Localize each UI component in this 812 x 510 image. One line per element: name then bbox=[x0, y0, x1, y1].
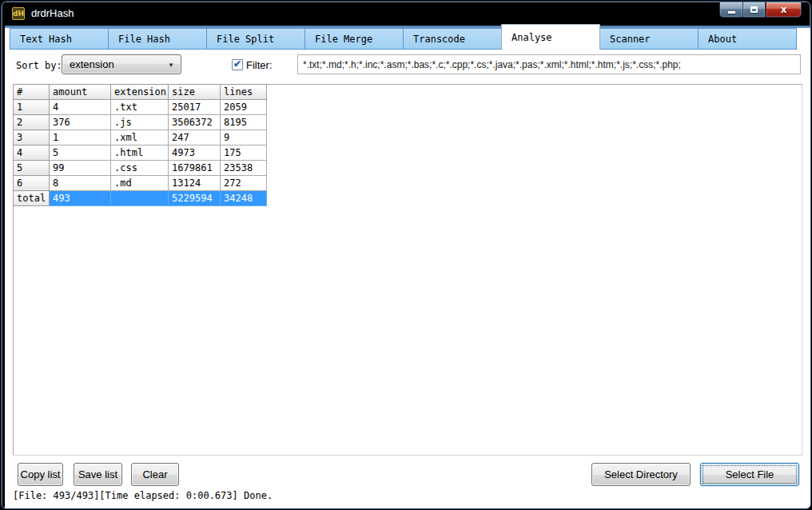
col-header-lines[interactable]: lines bbox=[221, 85, 267, 100]
clear-button[interactable]: Clear bbox=[131, 463, 179, 486]
tab-file-merge[interactable]: File Merge bbox=[304, 28, 404, 50]
row-header-cell[interactable]: 3 bbox=[14, 130, 50, 145]
filter-checkbox[interactable]: ✔ bbox=[232, 59, 243, 70]
col-header-num[interactable]: # bbox=[14, 85, 50, 100]
table-body: 14.txt2501720592376.js3506372819531.xml2… bbox=[14, 100, 267, 206]
close-icon: x bbox=[781, 5, 787, 14]
table-row[interactable]: 2376.js35063728195 bbox=[14, 115, 267, 130]
grid-cell[interactable]: .xml bbox=[111, 130, 169, 145]
grid-cell[interactable]: .css bbox=[111, 161, 169, 176]
row-header-cell[interactable]: 6 bbox=[14, 176, 50, 191]
close-button[interactable]: x bbox=[766, 2, 802, 18]
row-header-cell[interactable]: 5 bbox=[14, 161, 50, 176]
tab-text-hash[interactable]: Text Hash bbox=[10, 28, 109, 50]
table-row[interactable]: 599.css167986123538 bbox=[14, 161, 267, 176]
grid-cell[interactable]: 5 bbox=[50, 145, 111, 161]
maximize-button[interactable] bbox=[742, 2, 766, 18]
grid-cell[interactable]: 493 bbox=[50, 191, 111, 206]
check-icon: ✔ bbox=[233, 59, 241, 69]
grid-cell[interactable]: 4 bbox=[50, 100, 111, 115]
sort-by-value: extension bbox=[70, 58, 114, 70]
maximize-icon bbox=[750, 6, 758, 13]
tab-analyse[interactable]: Analyse bbox=[501, 24, 600, 50]
table-header-row: # amount extension size lines bbox=[14, 85, 267, 100]
grid-cell[interactable]: 376 bbox=[50, 115, 111, 130]
titlebar[interactable]: dH drdrHash x bbox=[2, 2, 810, 26]
tab-about[interactable]: About bbox=[698, 28, 797, 50]
status-text: [File: 493/493][Time elapsed: 0:00.673] … bbox=[13, 490, 273, 501]
grid-cell[interactable]: .html bbox=[111, 145, 169, 161]
minimize-button[interactable] bbox=[719, 2, 742, 18]
table-row[interactable]: 31.xml2479 bbox=[14, 130, 267, 145]
row-header-cell[interactable]: total bbox=[14, 191, 50, 206]
window-controls: x bbox=[719, 2, 802, 18]
grid-cell[interactable]: 5229594 bbox=[169, 191, 221, 206]
grid-cell[interactable]: 8195 bbox=[221, 115, 267, 130]
grid-cell[interactable]: 2059 bbox=[221, 100, 267, 115]
chevron-down-icon: ▼ bbox=[168, 62, 174, 69]
tab-bar: Text Hash File Hash File Split File Merg… bbox=[10, 24, 797, 50]
app-window: dH drdrHash x Text Hash File Hash File S… bbox=[1, 1, 811, 509]
sort-by-label: Sort by: bbox=[16, 60, 62, 71]
grid-cell[interactable]: .txt bbox=[111, 100, 169, 115]
grid-cell[interactable]: 8 bbox=[50, 176, 111, 191]
content-area: Text Hash File Hash File Split File Merg… bbox=[5, 26, 810, 508]
table-row[interactable]: 68.md13124272 bbox=[14, 176, 267, 191]
results-table: # amount extension size lines 14.txt2501… bbox=[13, 84, 267, 206]
grid-cell[interactable]: 1 bbox=[50, 130, 111, 145]
tab-scanner[interactable]: Scanner bbox=[599, 28, 699, 50]
grid-cell[interactable] bbox=[111, 191, 169, 206]
row-header-cell[interactable]: 2 bbox=[14, 115, 50, 130]
table-row[interactable]: 45.html4973175 bbox=[14, 145, 267, 161]
grid-cell[interactable]: 13124 bbox=[169, 176, 221, 191]
tab-file-split[interactable]: File Split bbox=[206, 28, 305, 50]
select-file-button[interactable]: Select File bbox=[700, 463, 799, 486]
grid-cell[interactable]: 25017 bbox=[169, 100, 221, 115]
grid-cell[interactable]: 175 bbox=[221, 145, 267, 161]
table-total-row[interactable]: total 493 5229594 34248 bbox=[14, 191, 267, 206]
col-header-size[interactable]: size bbox=[169, 85, 221, 100]
grid-cell[interactable]: 23538 bbox=[221, 161, 267, 176]
grid-cell[interactable]: 247 bbox=[169, 130, 221, 145]
grid-cell[interactable]: 99 bbox=[50, 161, 111, 176]
table-row[interactable]: 14.txt250172059 bbox=[14, 100, 267, 115]
select-directory-button[interactable]: Select Directory bbox=[591, 463, 691, 486]
tab-file-hash[interactable]: File Hash bbox=[108, 28, 207, 50]
minimize-icon bbox=[728, 11, 735, 14]
grid-cell[interactable]: 3506372 bbox=[169, 115, 221, 130]
filter-label: Filter: bbox=[246, 59, 273, 71]
results-grid: # amount extension size lines 14.txt2501… bbox=[13, 84, 802, 456]
row-header-cell[interactable]: 1 bbox=[14, 100, 50, 115]
grid-cell[interactable]: 4973 bbox=[169, 145, 221, 161]
col-header-extension[interactable]: extension bbox=[111, 85, 169, 100]
row-header-cell[interactable]: 4 bbox=[14, 145, 50, 161]
app-icon: dH bbox=[12, 7, 25, 20]
grid-cell[interactable]: 272 bbox=[221, 176, 267, 191]
status-bar: [File: 493/493][Time elapsed: 0:00.673] … bbox=[13, 490, 273, 501]
copy-list-button[interactable]: Copy list bbox=[18, 463, 63, 486]
tab-transcode[interactable]: Transcode bbox=[403, 28, 502, 50]
grid-cell[interactable]: .js bbox=[111, 115, 169, 130]
save-list-button[interactable]: Save list bbox=[74, 463, 122, 486]
sort-by-dropdown[interactable]: extension ▼ bbox=[62, 54, 181, 74]
col-header-amount[interactable]: amount bbox=[50, 85, 111, 100]
filter-input[interactable] bbox=[297, 54, 801, 74]
window-title: drdrHash bbox=[31, 7, 74, 19]
grid-cell[interactable]: 34248 bbox=[221, 191, 267, 206]
grid-cell[interactable]: .md bbox=[111, 176, 169, 191]
grid-cell[interactable]: 9 bbox=[221, 130, 267, 145]
grid-cell[interactable]: 1679861 bbox=[169, 161, 221, 176]
